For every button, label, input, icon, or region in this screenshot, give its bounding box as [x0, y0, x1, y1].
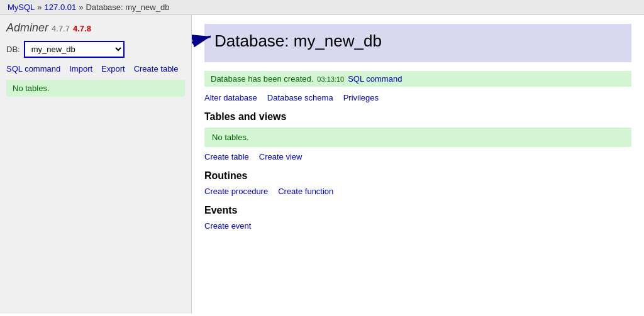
breadcrumb-ip[interactable]: 127.0.01 — [45, 3, 77, 12]
create-procedure-link[interactable]: Create procedure — [204, 187, 268, 196]
tables-section: Tables and views No tables. Create table… — [204, 111, 631, 161]
db-select[interactable]: my_new_db — [24, 41, 125, 58]
routines-section: Routines Create procedure Create functio… — [204, 170, 631, 196]
alter-database-link[interactable]: Alter database — [204, 93, 257, 102]
sidebar-links: SQL command Import Export Create table — [6, 64, 185, 74]
tables-section-title: Tables and views — [204, 111, 631, 123]
sidebar-no-tables: No tables. — [6, 80, 185, 97]
sidebar-create-table[interactable]: Create table — [134, 64, 179, 74]
success-timestamp: 03:13:10 — [317, 75, 344, 83]
main-header: Database: my_new_db — [204, 24, 631, 62]
sidebar-import[interactable]: Import — [69, 64, 92, 74]
breadcrumb-db: Database: my_new_db — [86, 3, 169, 12]
main-content: Database: my_new_db Database has been cr… — [192, 15, 644, 313]
breadcrumb: MySQL » 127.0.01 » Database: my_new_db — [0, 0, 644, 15]
events-links: Create event — [204, 221, 631, 231]
sidebar-sql-command[interactable]: SQL command — [6, 64, 60, 74]
success-message: Database has been created. 03:13:10 SQL … — [204, 71, 631, 87]
breadcrumb-sep1: » — [37, 3, 42, 12]
events-section: Events Create event — [204, 205, 631, 231]
app-name: Adminer — [6, 21, 48, 34]
no-tables-message: No tables. — [204, 128, 631, 147]
routines-links: Create procedure Create function — [204, 187, 631, 196]
db-selector: DB: my_new_db — [6, 41, 185, 58]
database-schema-link[interactable]: Database schema — [267, 93, 333, 102]
table-action-links: Create table Create view — [204, 152, 631, 161]
breadcrumb-mysql[interactable]: MySQL — [8, 3, 35, 12]
version-new: 4.7.8 — [73, 24, 91, 33]
sidebar: Adminer 4.7.7 4.7.8 DB: my_new_db SQL co… — [0, 15, 192, 313]
version-old: 4.7.7 — [52, 24, 70, 33]
create-event-link[interactable]: Create event — [204, 221, 251, 231]
create-table-link[interactable]: Create table — [204, 152, 249, 161]
create-function-link[interactable]: Create function — [278, 187, 333, 196]
events-title: Events — [204, 205, 631, 216]
db-label: DB: — [6, 45, 20, 54]
page-title: Database: my_new_db — [214, 31, 621, 51]
breadcrumb-sep2: » — [79, 3, 83, 12]
routines-title: Routines — [204, 170, 631, 182]
privileges-link[interactable]: Privileges — [343, 93, 379, 102]
create-view-link[interactable]: Create view — [259, 152, 303, 161]
db-action-links: Alter database Database schema Privilege… — [204, 93, 631, 102]
app-title: Adminer 4.7.7 4.7.8 — [6, 21, 185, 35]
sql-command-link[interactable]: SQL command — [348, 74, 402, 84]
sidebar-export[interactable]: Export — [101, 64, 125, 74]
success-text: Database has been created. — [211, 74, 313, 84]
